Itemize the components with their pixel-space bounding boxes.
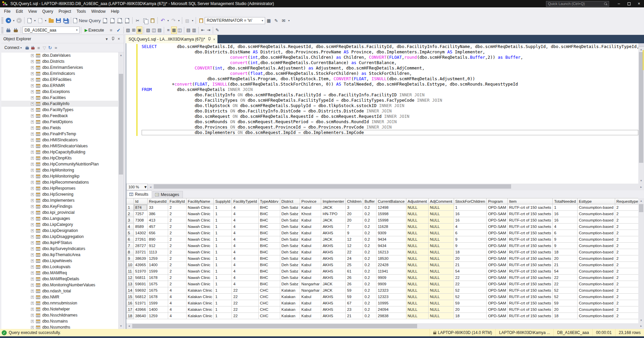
expander-icon[interactable]: + [31,199,34,202]
grid-cell[interactable]: NULL [406,287,429,294]
expander-icon[interactable]: + [31,181,34,184]
grid-cell[interactable]: BHC [258,262,280,268]
grid-cell[interactable]: RUTF-crt of 150 sachets [508,287,553,294]
grid-cell[interactable]: NULL [429,211,454,217]
grid-cell[interactable]: Kalakan [280,313,300,319]
expander-icon[interactable]: + [31,284,34,287]
grid-cell[interactable]: 22 [232,313,258,319]
sql-line-11[interactable]: dbo.FacilityTypes ON dbo.scmHFReqDetails… [142,98,638,103]
grid-cell[interactable]: 22 [232,300,258,306]
grid-cell[interactable]: NULL [429,294,454,300]
grid-cell[interactable]: Nawah Clinic [186,249,214,255]
grid-cell[interactable]: 18530 [376,255,406,262]
row-header[interactable]: 12 [127,275,134,281]
grid-cell[interactable]: 1 [214,204,232,211]
grid-cell[interactable]: 12 [346,243,363,249]
grid-cell[interactable]: AKHS [321,262,346,268]
grid-cell[interactable]: 0.2 [363,300,376,306]
column-header-implementer[interactable]: Implementer [321,198,346,204]
grid-cell[interactable]: 457 [147,224,168,230]
tree-item-dbo-lkpwhlevels[interactable]: +dbo.Lkpwhlevels [1,258,124,264]
grid-cell[interactable]: Deh Sabz [280,224,300,230]
grid-cell[interactable]: 2 [168,268,186,275]
grid-cell[interactable]: Consumption-based [577,211,615,217]
oe-scrollbar[interactable]: ▲ ▼ [118,52,124,329]
grid-cell[interactable]: 656 [147,230,168,236]
grid-cell[interactable]: 0.2 [363,262,376,268]
grid-cell[interactable]: NULL [406,230,429,236]
execute-button[interactable]: ▶ Execute [83,27,107,34]
sql-line-6[interactable]: convert(float,dbo.scmHFReqDetails.StockF… [142,71,638,76]
grid-cell[interactable]: AKHS [321,255,346,262]
grid-scroll-down-icon[interactable]: ▼ [638,318,644,323]
grid-cell[interactable]: NULL [406,313,429,319]
grid-cell[interactable]: 2 [168,217,186,224]
grid-cell[interactable]: 14302 [134,230,147,236]
grid-cell[interactable]: 2 [615,281,638,287]
sql-line-8[interactable]: +convert(FLOAT, ISNULL(dbo.scmHFReqDetai… [142,82,638,87]
grid-cell[interactable]: 1675 [147,287,168,294]
grid-cell[interactable]: Consumption-based [577,217,615,224]
grid-cell[interactable]: AKHS [321,224,346,230]
grid-cell[interactable]: 0.2 [363,204,376,211]
grid-cell[interactable]: AKHS [321,300,346,306]
grid-cell[interactable]: 2 [168,249,186,255]
grid-cell[interactable]: 22428 [376,262,406,268]
tree-item-dbo-lkpdesignation[interactable]: +dbo.LkpDesignation [1,228,124,234]
expander-icon[interactable]: + [31,211,34,214]
grid-cell[interactable]: OPD-SAM [487,268,508,275]
grid-cell[interactable]: 1 [214,224,232,230]
toolbar-grip-2[interactable] [1,27,3,33]
column-header-totalneeded[interactable]: TotalNeeded [553,198,578,204]
grid-cell[interactable]: 22 [346,249,363,255]
grid-cell[interactable]: 52 [454,294,487,300]
grid-scroll-up-icon[interactable]: ▲ [638,198,644,204]
menu-query[interactable]: Query [40,8,56,15]
grid-cell[interactable]: NULL [406,224,429,230]
grid-cell[interactable]: 1678 [147,294,168,300]
grid-cell[interactable]: 2 [615,294,638,300]
grid-cell[interactable]: 1599 [147,300,168,306]
cut-button[interactable]: ✂ [134,17,141,24]
sql-line-15[interactable]: dbo.scmRounds ON dbo.scmRequest.RequestP… [142,119,638,125]
grid-cell[interactable]: 6 [454,230,487,236]
grid-cell[interactable]: 51970 [134,268,147,275]
grid-cell[interactable]: RUTF-crt of 150 sachets [508,236,553,243]
row-header[interactable]: 15 [127,294,134,300]
grid-cell[interactable]: 0.2 [363,217,376,224]
grid-cell[interactable]: 413 [147,217,168,224]
grid-cell[interactable]: CHC [258,300,280,306]
tree-item-dbo-lkpsurveyindicators[interactable]: +dbo.lkpSurveyIndicators [1,246,124,252]
grid-corner-header[interactable] [127,198,134,204]
grid-cell[interactable]: 2 [168,255,186,262]
editor-scroll-down-icon[interactable]: ▼ [638,178,644,184]
grid-cell[interactable]: Kabul [300,236,321,243]
query-options-button[interactable]: ⊞ [131,27,137,34]
grid-cell[interactable]: 59 [346,287,363,294]
expander-icon[interactable]: + [31,278,34,281]
grid-vertical-scrollbar[interactable]: ▲ ▼ [638,198,644,323]
expander-icon[interactable]: + [31,272,34,275]
grid-hscrollbar-thumb[interactable] [132,324,417,328]
find-button[interactable] [197,17,205,24]
grid-cell[interactable]: 2 [615,243,638,249]
new-mdx-query-button[interactable]: MDX [101,17,109,24]
row-header[interactable]: 13 [127,281,134,287]
grid-cell[interactable]: 0.2 [363,294,376,300]
expander-icon[interactable]: + [31,265,34,269]
find-combo-dropdown-icon[interactable]: ▼ [260,19,265,22]
grid-cell[interactable]: 0.2 [363,211,376,217]
grid-cell[interactable]: 912 [147,243,168,249]
grid-cell[interactable]: NULL [406,249,429,255]
grid-cell[interactable]: 22 [553,281,578,287]
grid-cell[interactable]: 56812 [134,294,147,300]
grid-cell[interactable]: Kabul [300,243,321,249]
row-header[interactable]: 10 [127,262,134,268]
expander-icon[interactable]: + [31,90,34,93]
grid-cell[interactable]: Kalakan Clinic [186,300,214,306]
tree-item-dbo-languages[interactable]: +dbo.Languages [1,215,124,222]
grid-cell[interactable]: 2 [615,300,638,306]
expander-icon[interactable]: + [31,102,34,105]
grid-cell[interactable]: BHC [258,249,280,255]
sql-line-9[interactable]: FROM dbo.scmHFReqDetails INNER JOIN [142,87,638,92]
